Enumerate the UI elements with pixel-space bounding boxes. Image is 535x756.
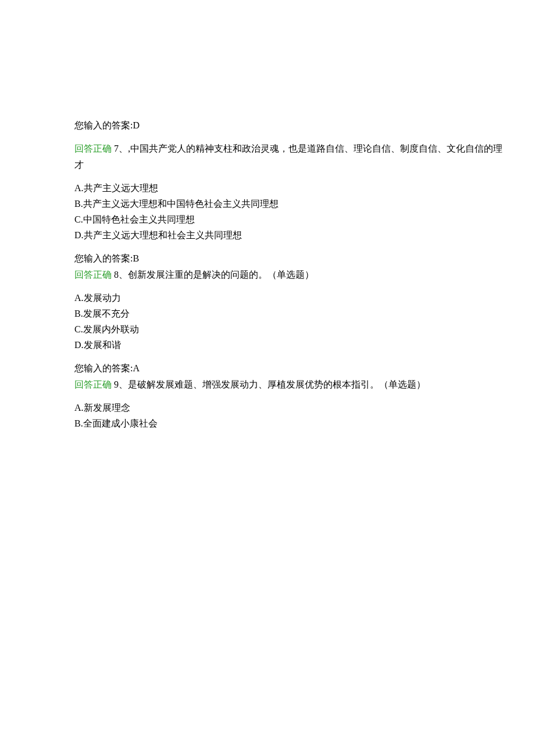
q8-stem: 8、创新发展注重的是解决的问题的。（单选题） xyxy=(112,270,314,280)
q8-option-b: B.发展不充分 xyxy=(74,307,535,321)
q9-option-a: A.新发展理念 xyxy=(74,401,535,415)
q7-options: A.共产主义远大理想 B.共产主义远大理想和中国特色社会主义共同理想 C.中国特… xyxy=(74,181,535,242)
q9-stem: 9、是破解发展难题、增强发展动力、厚植发展优势的根本指引。（单选题） xyxy=(112,379,426,389)
q7-option-a: A.共产主义远大理想 xyxy=(74,181,535,195)
q8-options: A.发展动力 B.发展不充分 C.发展内外联动 D.发展和谐 xyxy=(74,291,535,352)
q8-option-c: C.发展内外联动 xyxy=(74,323,535,336)
q8-option-a: A.发展动力 xyxy=(74,291,535,305)
q7-option-b: B.共产主义远大理想和中国特色社会主义共同理想 xyxy=(74,197,535,211)
q8-stem-line: 回答正确 8、创新发展注重的是解决的问题的。（单选题） xyxy=(74,268,535,282)
q9-option-b: B.全面建成小康社会 xyxy=(74,417,535,431)
q9-correct-label: 回答正确 xyxy=(74,379,112,389)
q7-answer-block: 您输入的答案:B 回答正确 8、创新发展注重的是解决的问题的。（单选题） xyxy=(74,252,535,282)
q7-option-c: C.中国特色社会主义共同理想 xyxy=(74,213,535,227)
q7-option-d: D.共产主义远大理想和社会主义共同理想 xyxy=(74,228,535,242)
q9-stem-line: 回答正确 9、是破解发展难题、增强发展动力、厚植发展优势的根本指引。（单选题） xyxy=(74,378,535,392)
q7-your-answer: 您输入的答案:B xyxy=(74,252,535,266)
q7-stem-part1: 7、,中国共产党人的精神支柱和政治灵魂，也是道路自信、理论自信、制度自信、文化自… xyxy=(112,144,502,153)
q7-block: 回答正确 7、,中国共产党人的精神支柱和政治灵魂，也是道路自信、理论自信、制度自… xyxy=(74,142,535,172)
q7-correct-label: 回答正确 xyxy=(74,144,112,153)
q9-options: A.新发展理念 B.全面建成小康社会 xyxy=(74,401,535,431)
q8-answer-block: 您输入的答案:A 回答正确 9、是破解发展难题、增强发展动力、厚植发展优势的根本… xyxy=(74,361,535,392)
q7-stem-line1: 回答正确 7、,中国共产党人的精神支柱和政治灵魂，也是道路自信、理论自信、制度自… xyxy=(74,142,535,156)
q7-stem-line2: 才 xyxy=(74,158,535,172)
q8-your-answer: 您输入的答案:A xyxy=(74,361,535,375)
q6-answer-block: 您输入的答案:D xyxy=(74,119,535,132)
q8-correct-label: 回答正确 xyxy=(74,270,112,280)
q6-your-answer: 您输入的答案:D xyxy=(74,119,535,132)
q8-option-d: D.发展和谐 xyxy=(74,338,535,352)
